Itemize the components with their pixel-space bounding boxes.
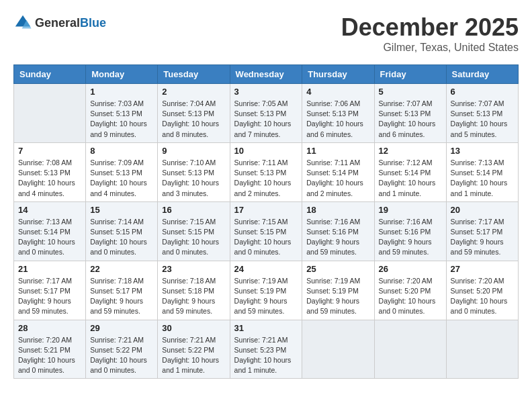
weekday-header-friday: Friday [374,65,446,84]
calendar-cell: 23Sunrise: 7:18 AM Sunset: 5:18 PM Dayli… [158,261,230,320]
day-info: Sunrise: 7:15 AM Sunset: 5:15 PM Dayligh… [234,217,298,258]
day-info: Sunrise: 7:20 AM Sunset: 5:21 PM Dayligh… [18,335,81,376]
day-number: 24 [234,264,298,274]
weekday-header-wednesday: Wednesday [230,65,302,84]
day-number: 15 [90,205,153,215]
day-info: Sunrise: 7:16 AM Sunset: 5:16 PM Dayligh… [306,217,369,258]
logo-general: General [35,16,80,30]
day-info: Sunrise: 7:16 AM Sunset: 5:16 PM Dayligh… [379,217,442,258]
calendar-week-3: 14Sunrise: 7:13 AM Sunset: 5:14 PM Dayli… [14,201,519,261]
day-info: Sunrise: 7:13 AM Sunset: 5:14 PM Dayligh… [451,158,514,199]
logo-icon [13,13,32,32]
calendar-cell: 10Sunrise: 7:11 AM Sunset: 5:13 PM Dayli… [230,142,302,201]
calendar-table: SundayMondayTuesdayWednesdayThursdayFrid… [13,64,519,379]
day-number: 6 [451,87,514,97]
calendar-cell: 11Sunrise: 7:11 AM Sunset: 5:14 PM Dayli… [302,142,374,201]
day-number: 2 [162,87,225,97]
day-number: 10 [234,146,298,156]
day-info: Sunrise: 7:11 AM Sunset: 5:14 PM Dayligh… [306,158,369,199]
calendar-cell: 27Sunrise: 7:20 AM Sunset: 5:20 PM Dayli… [446,261,518,320]
day-info: Sunrise: 7:20 AM Sunset: 5:20 PM Dayligh… [451,276,514,317]
day-number: 8 [90,146,153,156]
day-number: 18 [306,205,369,215]
day-number: 7 [18,146,81,156]
day-info: Sunrise: 7:21 AM Sunset: 5:22 PM Dayligh… [90,335,153,376]
day-info: Sunrise: 7:15 AM Sunset: 5:15 PM Dayligh… [162,217,225,258]
day-info: Sunrise: 7:18 AM Sunset: 5:17 PM Dayligh… [90,276,153,317]
day-number: 28 [18,323,81,333]
calendar-cell: 12Sunrise: 7:12 AM Sunset: 5:14 PM Dayli… [374,142,446,201]
calendar-cell: 29Sunrise: 7:21 AM Sunset: 5:22 PM Dayli… [86,320,158,379]
day-number: 19 [379,205,442,215]
day-number: 4 [306,87,369,97]
day-number: 16 [162,205,225,215]
page-header: GeneralBlue December 2025 Gilmer, Texas,… [13,13,519,54]
day-info: Sunrise: 7:05 AM Sunset: 5:13 PM Dayligh… [234,99,298,140]
day-info: Sunrise: 7:20 AM Sunset: 5:20 PM Dayligh… [379,276,442,317]
day-info: Sunrise: 7:12 AM Sunset: 5:14 PM Dayligh… [379,158,442,199]
day-number: 5 [379,87,442,97]
day-info: Sunrise: 7:09 AM Sunset: 5:13 PM Dayligh… [90,158,153,199]
day-number: 23 [162,264,225,274]
calendar-cell: 3Sunrise: 7:05 AM Sunset: 5:13 PM Daylig… [230,84,302,143]
calendar-cell: 1Sunrise: 7:03 AM Sunset: 5:13 PM Daylig… [86,84,158,143]
weekday-header-sunday: Sunday [14,65,86,84]
calendar-cell: 7Sunrise: 7:08 AM Sunset: 5:13 PM Daylig… [14,142,86,201]
weekday-header-tuesday: Tuesday [158,65,230,84]
day-number: 17 [234,205,298,215]
calendar-cell: 24Sunrise: 7:19 AM Sunset: 5:19 PM Dayli… [230,261,302,320]
month-title: December 2025 [341,13,519,42]
day-info: Sunrise: 7:08 AM Sunset: 5:13 PM Dayligh… [18,158,81,199]
day-number: 26 [379,264,442,274]
day-info: Sunrise: 7:07 AM Sunset: 5:13 PM Dayligh… [451,99,514,140]
weekday-header-row: SundayMondayTuesdayWednesdayThursdayFrid… [14,65,519,84]
logo: GeneralBlue [13,13,106,32]
calendar-cell: 5Sunrise: 7:07 AM Sunset: 5:13 PM Daylig… [374,84,446,143]
calendar-cell [446,320,518,379]
day-number: 25 [306,264,369,274]
calendar-week-1: 1Sunrise: 7:03 AM Sunset: 5:13 PM Daylig… [14,84,519,143]
calendar-cell: 20Sunrise: 7:17 AM Sunset: 5:17 PM Dayli… [446,201,518,261]
calendar-cell: 6Sunrise: 7:07 AM Sunset: 5:13 PM Daylig… [446,84,518,143]
calendar-cell: 18Sunrise: 7:16 AM Sunset: 5:16 PM Dayli… [302,201,374,261]
calendar-cell: 17Sunrise: 7:15 AM Sunset: 5:15 PM Dayli… [230,201,302,261]
day-number: 31 [234,323,298,333]
logo-blue: Blue [80,16,106,30]
day-info: Sunrise: 7:21 AM Sunset: 5:23 PM Dayligh… [234,335,298,376]
day-info: Sunrise: 7:21 AM Sunset: 5:22 PM Dayligh… [162,335,225,376]
calendar-cell: 14Sunrise: 7:13 AM Sunset: 5:14 PM Dayli… [14,201,86,261]
calendar-cell: 8Sunrise: 7:09 AM Sunset: 5:13 PM Daylig… [86,142,158,201]
calendar-cell: 4Sunrise: 7:06 AM Sunset: 5:13 PM Daylig… [302,84,374,143]
day-number: 29 [90,323,153,333]
calendar-cell: 21Sunrise: 7:17 AM Sunset: 5:17 PM Dayli… [14,261,86,320]
day-info: Sunrise: 7:06 AM Sunset: 5:13 PM Dayligh… [306,99,369,140]
day-info: Sunrise: 7:19 AM Sunset: 5:19 PM Dayligh… [234,276,298,317]
day-number: 11 [306,146,369,156]
calendar-cell: 30Sunrise: 7:21 AM Sunset: 5:22 PM Dayli… [158,320,230,379]
day-info: Sunrise: 7:17 AM Sunset: 5:17 PM Dayligh… [451,217,514,258]
day-info: Sunrise: 7:10 AM Sunset: 5:13 PM Dayligh… [162,158,225,199]
calendar-cell [14,84,86,143]
day-number: 1 [90,87,153,97]
calendar-cell: 9Sunrise: 7:10 AM Sunset: 5:13 PM Daylig… [158,142,230,201]
day-info: Sunrise: 7:17 AM Sunset: 5:17 PM Dayligh… [18,276,81,317]
title-block: December 2025 Gilmer, Texas, United Stat… [341,13,519,54]
day-number: 3 [234,87,298,97]
calendar-cell: 31Sunrise: 7:21 AM Sunset: 5:23 PM Dayli… [230,320,302,379]
calendar-cell: 2Sunrise: 7:04 AM Sunset: 5:13 PM Daylig… [158,84,230,143]
calendar-cell: 19Sunrise: 7:16 AM Sunset: 5:16 PM Dayli… [374,201,446,261]
day-number: 9 [162,146,225,156]
day-number: 30 [162,323,225,333]
day-number: 14 [18,205,81,215]
weekday-header-monday: Monday [86,65,158,84]
calendar-cell: 16Sunrise: 7:15 AM Sunset: 5:15 PM Dayli… [158,201,230,261]
day-info: Sunrise: 7:07 AM Sunset: 5:13 PM Dayligh… [379,99,442,140]
calendar-week-4: 21Sunrise: 7:17 AM Sunset: 5:17 PM Dayli… [14,261,519,320]
calendar-week-2: 7Sunrise: 7:08 AM Sunset: 5:13 PM Daylig… [14,142,519,201]
calendar-cell: 25Sunrise: 7:19 AM Sunset: 5:19 PM Dayli… [302,261,374,320]
calendar-week-5: 28Sunrise: 7:20 AM Sunset: 5:21 PM Dayli… [14,320,519,379]
calendar-cell: 28Sunrise: 7:20 AM Sunset: 5:21 PM Dayli… [14,320,86,379]
day-info: Sunrise: 7:11 AM Sunset: 5:13 PM Dayligh… [234,158,298,199]
day-number: 12 [379,146,442,156]
weekday-header-saturday: Saturday [446,65,518,84]
